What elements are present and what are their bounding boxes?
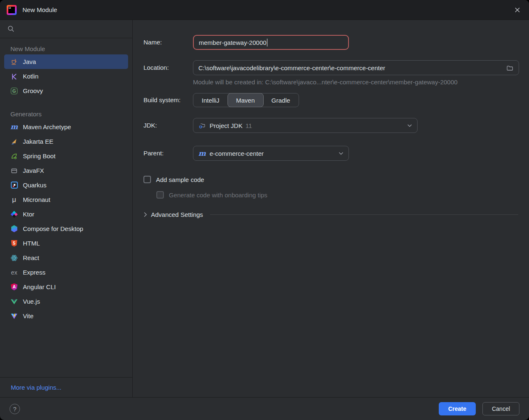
dialog-footer: ? Create Cancel bbox=[0, 397, 529, 420]
sidebar-item-label: Quarkus bbox=[23, 182, 47, 189]
sidebar-item-maven-archetype[interactable]: m Maven Archetype bbox=[4, 120, 128, 134]
chevron-down-icon bbox=[407, 124, 412, 128]
sidebar-item-label: Compose for Desktop bbox=[23, 225, 83, 232]
sidebar-item-kotlin[interactable]: Kotlin bbox=[4, 69, 128, 84]
add-sample-code-label: Add sample code bbox=[156, 176, 204, 183]
name-input[interactable]: member-gateway-20000 bbox=[193, 35, 349, 50]
add-sample-code-row: Add sample code bbox=[143, 172, 204, 187]
new-module-form: Name: member-gateway-20000 Location: C:\… bbox=[133, 20, 529, 397]
groovy-icon: G bbox=[10, 87, 18, 95]
location-value: C:\software\javacodelibrary\e-commerce-c… bbox=[198, 64, 385, 71]
more-via-plugins-link[interactable]: More via plugins... bbox=[11, 384, 62, 391]
sidebar-item-label: Maven Archetype bbox=[23, 123, 71, 130]
build-system-label: Build system: bbox=[143, 93, 180, 108]
parent-dropdown[interactable]: m e-commerce-center bbox=[193, 146, 349, 161]
sidebar-item-label: Vite bbox=[23, 312, 34, 319]
sidebar-item-label: React bbox=[23, 254, 39, 261]
jdk-folder-icon bbox=[198, 122, 206, 129]
build-system-option-maven[interactable]: Maven bbox=[227, 93, 264, 107]
sidebar-item-groovy[interactable]: G Groovy bbox=[4, 84, 128, 98]
parent-value: e-commerce-center bbox=[210, 150, 264, 157]
search-bar[interactable] bbox=[0, 20, 132, 38]
advanced-settings-label: Advanced Settings bbox=[151, 211, 203, 218]
build-system-selector: IntelliJ Maven Gradle bbox=[193, 93, 299, 107]
sidebar-item-ktor[interactable]: Ktor bbox=[4, 207, 128, 221]
sidebar-item-label: Micronaut bbox=[23, 196, 50, 203]
section-header-generators: Generators bbox=[0, 109, 132, 120]
onboarding-tips-label: Generate code with onboarding tips bbox=[169, 192, 267, 199]
search-icon bbox=[7, 25, 15, 33]
sidebar-item-label: Groovy bbox=[23, 87, 43, 94]
create-button[interactable]: Create bbox=[439, 402, 476, 415]
new-module-dialog: IJ New Module New Module Java bbox=[0, 0, 529, 420]
java-icon bbox=[10, 58, 18, 66]
sidebar-item-label: Spring Boot bbox=[23, 152, 55, 160]
sidebar-item-vuejs[interactable]: Vue.js bbox=[4, 294, 128, 309]
onboarding-tips-row: Generate code with onboarding tips bbox=[156, 187, 267, 202]
add-sample-code-checkbox[interactable] bbox=[143, 176, 151, 183]
sidebar-item-spring-boot[interactable]: Spring Boot bbox=[4, 149, 128, 163]
intellij-logo-letters: IJ bbox=[9, 7, 11, 9]
close-icon[interactable] bbox=[512, 5, 522, 15]
sidebar: New Module Java Kotlin G bbox=[0, 20, 133, 397]
chevron-right-icon bbox=[143, 212, 147, 217]
jdk-value: Project JDK bbox=[210, 122, 242, 129]
vite-icon bbox=[10, 312, 18, 320]
title-bar: IJ New Module bbox=[0, 0, 529, 20]
sidebar-item-java[interactable]: Java bbox=[4, 54, 128, 69]
sidebar-item-javafx[interactable]: JavaFX bbox=[4, 163, 128, 178]
jdk-label: JDK: bbox=[143, 118, 157, 133]
sidebar-item-angular-cli[interactable]: A Angular CLI bbox=[4, 280, 128, 294]
onboarding-tips-checkbox bbox=[156, 191, 164, 199]
sidebar-item-compose-for-desktop[interactable]: Compose for Desktop bbox=[4, 221, 128, 236]
ktor-icon bbox=[10, 211, 18, 218]
vuejs-icon bbox=[10, 298, 18, 305]
express-icon: ex bbox=[10, 269, 18, 276]
sidebar-list: New Module Java Kotlin G bbox=[0, 38, 132, 377]
name-value: member-gateway-20000 bbox=[199, 39, 267, 46]
javafx-icon bbox=[10, 167, 18, 174]
sidebar-item-quarkus[interactable]: Quarkus bbox=[4, 178, 128, 192]
compose-icon bbox=[10, 225, 18, 233]
quarkus-icon bbox=[10, 182, 18, 189]
browse-folder-icon[interactable] bbox=[505, 63, 515, 73]
sidebar-item-jakarta-ee[interactable]: Jakarta EE bbox=[4, 134, 128, 149]
sidebar-item-label: JavaFX bbox=[23, 167, 44, 174]
sidebar-item-html[interactable]: 5 HTML bbox=[4, 236, 128, 251]
parent-label: Parent: bbox=[143, 146, 163, 161]
maven-archetype-icon: m bbox=[10, 123, 18, 131]
location-label: Location: bbox=[143, 60, 169, 75]
maven-module-icon: m bbox=[198, 150, 206, 157]
jdk-version: 11 bbox=[245, 122, 252, 129]
build-system-option-gradle[interactable]: Gradle bbox=[263, 93, 299, 107]
dialog-title: New Module bbox=[22, 6, 57, 13]
sidebar-item-label: Kotlin bbox=[23, 73, 39, 80]
micronaut-icon: μ bbox=[10, 196, 18, 204]
sidebar-item-label: Java bbox=[23, 58, 36, 65]
sidebar-item-label: Jakarta EE bbox=[23, 138, 53, 145]
jakarta-ee-icon bbox=[10, 138, 18, 145]
sidebar-item-micronaut[interactable]: μ Micronaut bbox=[4, 192, 128, 207]
html5-icon: 5 bbox=[10, 240, 18, 247]
sidebar-item-express[interactable]: ex Express bbox=[4, 265, 128, 280]
divider bbox=[210, 214, 518, 215]
sidebar-item-label: Ktor bbox=[23, 211, 35, 218]
name-label: Name: bbox=[143, 35, 162, 50]
advanced-settings-toggle[interactable]: Advanced Settings bbox=[143, 211, 518, 218]
location-input[interactable]: C:\software\javacodelibrary\e-commerce-c… bbox=[193, 60, 519, 75]
help-icon[interactable]: ? bbox=[10, 404, 20, 414]
spring-boot-icon bbox=[10, 152, 18, 160]
jdk-dropdown[interactable]: Project JDK 11 bbox=[193, 118, 418, 133]
sidebar-item-label: HTML bbox=[23, 240, 40, 247]
build-system-option-intellij[interactable]: IntelliJ bbox=[193, 93, 228, 107]
angular-icon: A bbox=[10, 283, 18, 291]
chevron-down-icon bbox=[339, 152, 344, 155]
section-header-new-module: New Module bbox=[0, 44, 132, 54]
text-caret bbox=[267, 39, 267, 47]
sidebar-item-react[interactable]: React bbox=[4, 251, 128, 265]
sidebar-item-label: Vue.js bbox=[23, 298, 40, 305]
sidebar-item-vite[interactable]: Vite bbox=[4, 309, 128, 323]
cancel-button[interactable]: Cancel bbox=[482, 402, 519, 415]
react-icon bbox=[10, 254, 18, 262]
sidebar-item-label: Angular CLI bbox=[23, 283, 56, 290]
